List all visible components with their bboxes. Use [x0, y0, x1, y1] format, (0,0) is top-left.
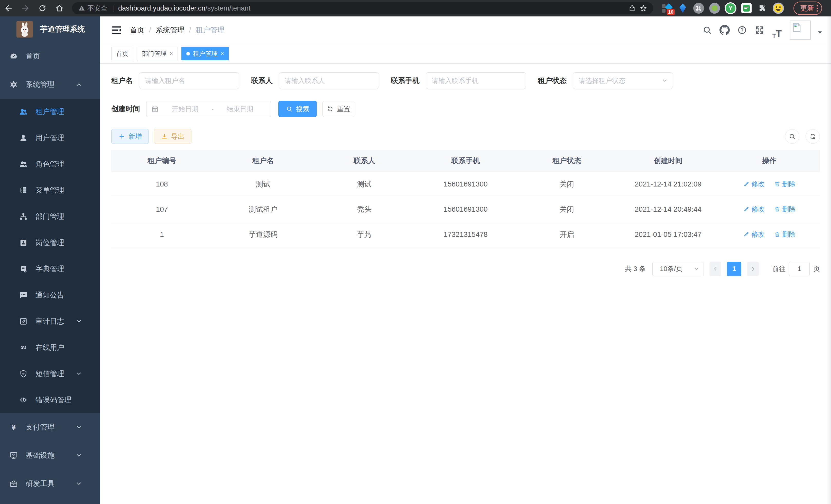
add-button[interactable]: 新增	[111, 129, 149, 144]
cell-contact: 芋艿	[314, 222, 415, 247]
fullscreen-icon[interactable]	[751, 21, 768, 39]
chevron-up-icon	[75, 80, 83, 89]
delete-link[interactable]: 删除	[774, 230, 796, 239]
sidebar-item-label: 角色管理	[35, 159, 64, 169]
sidebar-item-dev-tools[interactable]: 研发工具	[0, 470, 100, 498]
delete-link[interactable]: 删除	[774, 205, 796, 214]
app-logo-row[interactable]: 芋道管理系统	[0, 17, 100, 42]
trash-icon	[774, 206, 781, 212]
browser-home-button[interactable]	[51, 0, 68, 17]
browser-menu-icon[interactable]	[816, 5, 818, 11]
cell-id: 108	[111, 172, 212, 197]
extension-smiley-icon[interactable]	[772, 2, 784, 14]
extension-chat-icon[interactable]	[741, 2, 752, 14]
font-size-icon[interactable]: TT	[768, 21, 786, 39]
url-divider	[114, 5, 114, 12]
app-title: 芋道管理系统	[40, 24, 85, 34]
avatar-caret-down-icon[interactable]	[816, 29, 823, 36]
next-page-button[interactable]	[747, 262, 759, 276]
sidebar-item-dept[interactable]: 部门管理	[0, 203, 100, 230]
online-user-icon	[19, 343, 28, 352]
date-range-picker[interactable]: 开始日期 - 结束日期	[146, 101, 271, 117]
current-page-button[interactable]: 1	[727, 262, 741, 276]
sidebar-item-label: 在线用户	[35, 343, 64, 352]
prev-page-button[interactable]	[710, 262, 721, 276]
sidebar-item-home[interactable]: 首页	[0, 42, 100, 70]
sidebar-item-notice[interactable]: 通知公告	[0, 282, 100, 308]
sidebar-item-error-code[interactable]: 错误码管理	[0, 387, 100, 413]
sidebar-item-online-user[interactable]: 在线用户	[0, 334, 100, 361]
sidebar-item-user[interactable]: 用户管理	[0, 125, 100, 151]
export-button[interactable]: 导出	[154, 129, 192, 144]
sidebar-item-post[interactable]: 岗位管理	[0, 230, 100, 256]
browser-back-button[interactable]	[0, 0, 17, 17]
tab-tenant[interactable]: 租户管理 ×	[181, 47, 229, 60]
search-button[interactable]: 搜索	[278, 101, 317, 117]
edit-icon	[743, 181, 750, 187]
avatar[interactable]	[790, 21, 811, 39]
edit-link[interactable]: 修改	[743, 230, 765, 239]
goto-page-input[interactable]	[789, 262, 810, 276]
edit-link[interactable]: 修改	[743, 205, 765, 214]
sidebar-item-infra[interactable]: 基础设施	[0, 441, 100, 470]
tab-home[interactable]: 首页	[111, 47, 133, 60]
extension-command-icon[interactable]	[693, 2, 705, 14]
edit-link[interactable]: 修改	[743, 180, 765, 188]
url-path[interactable]: /system/tenant	[205, 4, 251, 12]
start-date-placeholder[interactable]: 开始日期	[159, 105, 211, 114]
tenant-name-input[interactable]	[139, 72, 239, 89]
address-bar[interactable]: 不安全 dashboard.yudao.iocoder.cn/system/te…	[72, 2, 653, 14]
toggle-search-button[interactable]	[785, 129, 799, 144]
tab-dept[interactable]: 部门管理 ×	[137, 47, 178, 60]
sidebar-item-tenant[interactable]: 租户管理	[0, 99, 100, 125]
refresh-table-button[interactable]	[806, 129, 820, 144]
close-icon[interactable]: ×	[221, 50, 224, 57]
breadcrumb-item[interactable]: 首页	[130, 25, 144, 35]
url-host[interactable]: dashboard.yudao.iocoder.cn	[118, 4, 205, 12]
trash-icon	[774, 181, 781, 187]
cell-actions: 修改 删除	[719, 197, 820, 222]
reset-button[interactable]: 重置	[322, 101, 354, 117]
sidebar-item-menu[interactable]: 菜单管理	[0, 177, 100, 203]
github-icon[interactable]	[716, 21, 733, 39]
browser-reload-button[interactable]	[34, 0, 51, 17]
sidebar-item-payment[interactable]: ¥ 支付管理	[0, 413, 100, 441]
sidebar-item-system[interactable]: 系统管理	[0, 70, 100, 99]
bookmark-star-icon[interactable]	[638, 3, 649, 14]
download-icon	[161, 133, 168, 140]
sidebar-item-sms[interactable]: 短信管理	[0, 361, 100, 387]
browser-update-button[interactable]: 更新	[794, 2, 822, 15]
dashboard-gauge-icon	[9, 52, 18, 61]
chevron-down-icon	[75, 369, 83, 378]
search-icon[interactable]	[698, 21, 716, 39]
end-date-placeholder[interactable]: 结束日期	[213, 105, 266, 114]
page-size-select[interactable]: 10条/页	[652, 262, 704, 276]
page-unit-label: 页	[813, 264, 820, 273]
extension-kite-icon[interactable]	[677, 2, 689, 14]
sidebar-collapse-icon[interactable]	[111, 24, 123, 36]
security-warning-icon[interactable]	[78, 5, 85, 12]
share-icon[interactable]	[627, 3, 638, 14]
delete-link[interactable]: 删除	[774, 180, 796, 188]
extension-yudao-icon[interactable]: Y	[725, 2, 737, 14]
sidebar-item-role[interactable]: 角色管理	[0, 151, 100, 177]
extension-grid-icon[interactable]: 10	[661, 2, 673, 14]
browser-forward-button[interactable]	[17, 0, 34, 17]
help-icon[interactable]	[733, 21, 751, 39]
extension-record-icon[interactable]	[709, 2, 720, 14]
cell-created: 2021-01-05 17:03:47	[618, 222, 719, 247]
navbar-actions: TT	[698, 21, 823, 39]
status-select[interactable]: 请选择租户状态	[573, 72, 673, 89]
close-icon[interactable]: ×	[170, 50, 173, 57]
mobile-input[interactable]	[426, 72, 526, 89]
security-label[interactable]: 不安全	[87, 4, 107, 13]
extension-puzzle-icon[interactable]	[756, 2, 768, 14]
breadcrumb-item[interactable]: 系统管理	[156, 25, 184, 35]
tab-label: 首页	[116, 50, 128, 58]
contact-input[interactable]	[279, 72, 379, 89]
filter-row-2: 创建时间 开始日期 - 结束日期 搜索 重置	[111, 101, 820, 117]
sidebar-item-audit-log[interactable]: 审计日志	[0, 308, 100, 334]
breadcrumb-separator: /	[149, 26, 151, 34]
sidebar-item-dict[interactable]: 字典管理	[0, 256, 100, 282]
cell-name: 测试租户	[212, 197, 314, 222]
